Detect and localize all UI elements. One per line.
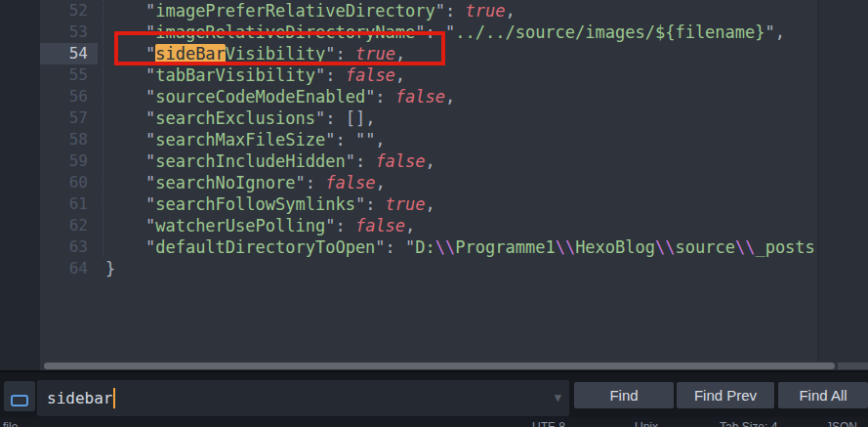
find-all-button[interactable]: Find All xyxy=(778,382,868,408)
code-line-64[interactable]: } xyxy=(105,258,815,279)
selection-rectangle-icon xyxy=(11,395,28,406)
search-match-highlight: sideBar xyxy=(155,44,226,64)
line-number-58[interactable]: 58 xyxy=(40,129,98,150)
status-bar: file UTF-8 Unix Tab Size: 4 JSON xyxy=(0,417,868,427)
line-number-57[interactable]: 57 xyxy=(40,107,98,129)
status-line-ending[interactable]: Unix xyxy=(635,420,658,427)
line-number-52[interactable]: 52 xyxy=(40,0,98,21)
code-line-62[interactable]: "watcherUsePolling": false, xyxy=(105,215,815,236)
find-bar: sidebar ▼ Find Find Prev Find All xyxy=(0,370,868,417)
line-number-62[interactable]: 62 xyxy=(40,215,98,236)
code-line-57[interactable]: "searchExclusions": [], xyxy=(105,107,815,129)
line-number-55[interactable]: 55 xyxy=(40,64,98,86)
code-line-63[interactable]: "defaultDirectoryToOpen": "D:\\Programme… xyxy=(105,236,815,258)
wrap-guide-shade xyxy=(819,0,868,363)
code-line-56[interactable]: "sourceCodeModeEnabled": false, xyxy=(105,86,815,107)
line-number-56[interactable]: 56 xyxy=(40,86,98,107)
line-number-53[interactable]: 53 xyxy=(40,21,98,43)
status-language[interactable]: JSON xyxy=(826,420,857,427)
line-number-59[interactable]: 59 xyxy=(40,150,98,172)
editor-left-margin xyxy=(0,0,40,370)
find-button[interactable]: Find xyxy=(574,382,674,408)
line-number-61[interactable]: 61 xyxy=(40,193,98,215)
code-editor[interactable]: 52535455565758596061626364 "imagePreferR… xyxy=(0,0,868,370)
find-in-selection-button[interactable] xyxy=(4,381,35,411)
find-input[interactable]: sidebar ▼ xyxy=(37,380,569,416)
code-area[interactable]: "imagePreferRelativeDirectory": true, "i… xyxy=(98,0,868,370)
status-file-label: file xyxy=(3,420,18,427)
indent-guide xyxy=(103,0,103,258)
code-line-55[interactable]: "tabBarVisibility": false, xyxy=(105,64,815,86)
status-tab-size[interactable]: Tab Size: 4 xyxy=(720,420,777,427)
code-line-52[interactable]: "imagePreferRelativeDirectory": true, xyxy=(105,0,815,21)
app-window: 52535455565758596061626364 "imagePreferR… xyxy=(0,0,868,427)
line-number-60[interactable]: 60 xyxy=(40,172,98,193)
code-line-60[interactable]: "searchNoIgnore": false, xyxy=(105,172,815,193)
status-encoding[interactable]: UTF-8 xyxy=(532,420,565,427)
line-number-64[interactable]: 64 xyxy=(40,258,98,279)
horizontal-scrollbar-thumb[interactable] xyxy=(44,363,835,369)
text-cursor xyxy=(113,388,115,408)
find-query-text: sidebar xyxy=(47,380,112,416)
line-number-54[interactable]: 54 xyxy=(40,43,98,64)
code-line-53[interactable]: "imageRelativeDirectoryName": "../../sou… xyxy=(105,21,815,43)
code-line-61[interactable]: "searchFollowSymlinks": true, xyxy=(105,193,815,215)
horizontal-scrollbar-track xyxy=(838,363,868,369)
code-line-54[interactable]: "sideBarVisibility": true, xyxy=(105,43,815,64)
line-number-63[interactable]: 63 xyxy=(40,236,98,258)
code-line-58[interactable]: "searchMaxFileSize": "", xyxy=(105,129,815,150)
line-number-gutter: 52535455565758596061626364 xyxy=(40,0,98,370)
find-prev-button[interactable]: Find Prev xyxy=(677,382,774,408)
chevron-down-icon[interactable]: ▼ xyxy=(555,380,561,416)
code-line-59[interactable]: "searchIncludeHidden": false, xyxy=(105,150,815,172)
